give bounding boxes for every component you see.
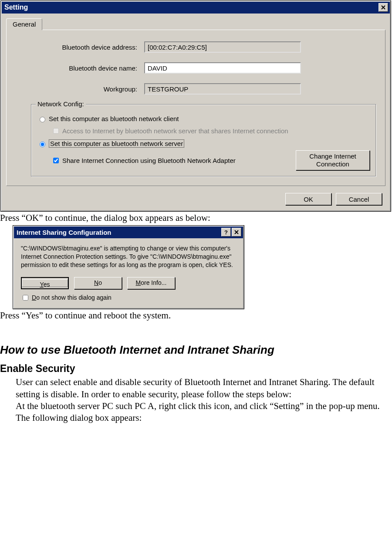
label-device-name: Bluetooth device name: [14, 64, 144, 72]
heading-enable-security: Enable Security [0, 363, 392, 375]
check-share-row[interactable]: Share Internet Connection using Bluetoot… [51, 156, 296, 165]
isc-titlebar[interactable]: Internet Sharing Configuration ? [14, 227, 243, 238]
heading-how-to: How to use Bluetooth Internet and Intran… [0, 343, 392, 357]
more-info-button[interactable]: More Info... [127, 277, 175, 289]
check-dont-show-label: Do not show this dialog again [32, 294, 112, 302]
no-button[interactable]: No [74, 277, 122, 289]
input-workgroup [144, 83, 301, 95]
setting-window: Setting General Bluetooth device address… [1, 1, 391, 211]
dialog-actions: OK Cancel [2, 189, 390, 210]
yes-button[interactable]: Yes [21, 277, 69, 289]
change-internet-connection-button[interactable]: Change Internet Connection [296, 150, 370, 170]
check-access [53, 128, 59, 134]
isc-title: Internet Sharing Configuration [17, 229, 112, 236]
setting-titlebar[interactable]: Setting [2, 2, 390, 14]
setting-title: Setting [4, 3, 28, 11]
label-device-address: Bluetooth device address: [14, 44, 144, 51]
close-icon[interactable] [378, 3, 388, 12]
check-share-label: Share Internet Connection using Bluetoot… [62, 157, 236, 164]
ok-button[interactable]: OK [285, 193, 331, 205]
tab-general[interactable]: General [6, 18, 42, 30]
isc-body: "C:\WINDOWS\btmaginu.exe" is attempting … [14, 238, 243, 308]
radio-client-row[interactable]: Set this computer as bluetooth network c… [37, 115, 370, 122]
tab-panel-general: Bluetooth device address: Bluetooth devi… [6, 30, 385, 186]
check-share[interactable] [53, 158, 59, 163]
tabstrip: General [2, 14, 390, 30]
check-access-row: Access to Internet by bluetooth network … [51, 127, 370, 135]
radio-client[interactable] [40, 117, 45, 122]
radio-server-row[interactable]: Set this computer as bluetooth network s… [37, 139, 370, 148]
isc-window: Internet Sharing Configuration ? "C:\WIN… [13, 226, 244, 309]
input-device-name[interactable] [144, 62, 301, 74]
check-dont-show[interactable] [23, 295, 28, 301]
check-dont-show-row[interactable]: Do not show this dialog again [21, 294, 236, 302]
doc-para1: User can select enable and disable secur… [16, 376, 389, 400]
check-access-label: Access to Internet by bluetooth network … [62, 127, 288, 135]
doc-press-ok: Press “OK” to continue, the dialog box a… [0, 212, 392, 224]
doc-press-yes: Press “Yes” to continue and reboot the s… [0, 310, 392, 321]
radio-client-label: Set this computer as bluetooth network c… [49, 115, 179, 122]
help-icon[interactable]: ? [221, 228, 231, 237]
radio-server[interactable] [40, 142, 45, 147]
label-workgroup: Workgroup: [14, 85, 144, 93]
close-icon[interactable] [232, 228, 241, 237]
input-device-address [144, 41, 301, 53]
isc-message: "C:\WINDOWS\btmaginu.exe" is attempting … [21, 244, 236, 269]
doc-para2: At the bluetooth server PC such PC A, ri… [16, 400, 389, 424]
radio-server-label: Set this computer as bluetooth network s… [49, 139, 184, 148]
group-legend: Network Config: [36, 100, 86, 108]
group-network-config: Network Config: Set this computer as blu… [31, 104, 376, 177]
cancel-button[interactable]: Cancel [336, 193, 382, 205]
svg-text:?: ? [224, 229, 228, 235]
